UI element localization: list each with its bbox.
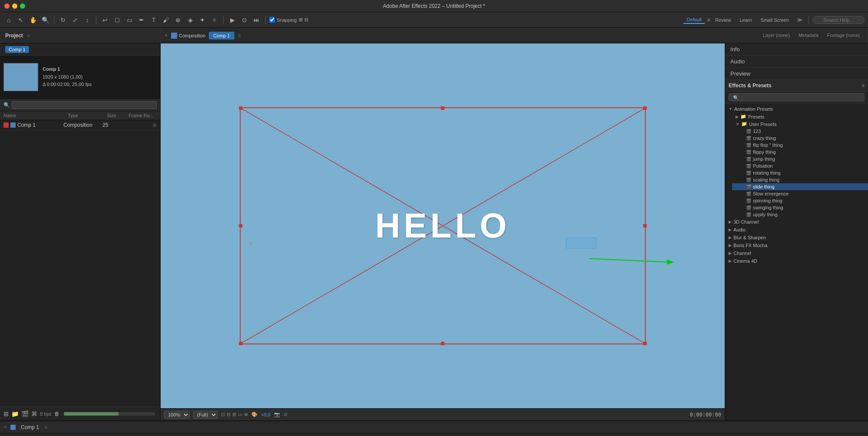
undo-icon[interactable]: ↩	[100, 15, 110, 25]
preset-icon: 🎬	[746, 150, 751, 155]
workspace-more-icon[interactable]: ≫	[794, 17, 805, 23]
handle-ml[interactable]	[239, 224, 242, 228]
project-tab[interactable]: Project ≡	[0, 28, 161, 43]
step-icon[interactable]: ⏭	[251, 15, 262, 25]
handle-tm[interactable]	[441, 106, 444, 110]
tab-layer[interactable]: Layer (none)	[759, 31, 794, 40]
comp1-tab-active[interactable]: Comp 1	[5, 46, 29, 53]
audio-tab[interactable]: Audio	[725, 56, 868, 68]
user-preset-spinning[interactable]: 🎬 spinning thing	[732, 197, 868, 204]
comp-tab-menu[interactable]: ≡	[238, 33, 241, 39]
workspace-review[interactable]: Review	[712, 17, 734, 23]
user-preset-flipflop[interactable]: 🎬 flip flop " thing	[732, 142, 868, 149]
timeline-comp-name[interactable]: Comp 1	[21, 424, 39, 430]
workspace-menu-icon[interactable]: ≡	[707, 17, 710, 23]
puppet-icon[interactable]: ✦	[197, 15, 208, 25]
workspace-small-screen[interactable]: Small Screen	[757, 17, 792, 23]
zoom-icon[interactable]: 🔍	[40, 15, 50, 25]
handle-bm[interactable]	[441, 342, 444, 345]
user-preset-flippy[interactable]: 🎬 flippy thing	[732, 149, 868, 155]
composition-tab-area: ✕ Composition Comp 1 ≡ Layer (none) Meta…	[161, 28, 868, 43]
user-preset-123[interactable]: 🎬 123	[732, 128, 868, 135]
text-icon[interactable]: T	[149, 15, 159, 25]
3d-channel-section[interactable]: ▶ 3D Channel	[725, 218, 868, 226]
pin-icon[interactable]: ✧	[209, 15, 220, 25]
active-comp-name[interactable]: Comp 1	[209, 32, 234, 40]
minimize-button[interactable]	[12, 3, 17, 9]
flow-icon[interactable]: ⌘	[31, 410, 37, 417]
clone-icon[interactable]: ⊕	[173, 15, 183, 25]
effects-search-input[interactable]	[729, 93, 865, 101]
maximize-button[interactable]	[20, 3, 25, 9]
project-search-input[interactable]	[12, 101, 157, 109]
3d-icon[interactable]: ⊕	[244, 412, 248, 417]
user-preset-swinging[interactable]: 🎬 swinging thing	[732, 204, 868, 211]
new-folder-icon[interactable]: 📁	[11, 410, 19, 417]
move2-icon[interactable]: ↕	[82, 15, 92, 25]
handle-tl[interactable]	[239, 106, 242, 110]
sep4	[265, 16, 266, 24]
user-preset-jump[interactable]: 🎬 jump thing	[732, 155, 868, 162]
workspace-default[interactable]: Default	[683, 16, 705, 24]
panel-tabs-row: Project ≡ ✕ Composition Comp 1 ≡ Layer (…	[0, 28, 868, 43]
user-preset-slide[interactable]: 🎬 slide thing	[732, 183, 868, 190]
boris-fx-section[interactable]: ▶ Boris FX Mocha	[725, 241, 868, 249]
project-menu-icon[interactable]: ≡	[27, 33, 30, 38]
handle-mr[interactable]	[643, 224, 647, 228]
hand-icon[interactable]: ✋	[28, 15, 38, 25]
eraser-icon[interactable]: ◈	[185, 15, 195, 25]
presets-folder-header[interactable]: ▶ 📁 Presets	[732, 113, 868, 120]
delete-icon[interactable]: 🗑	[54, 411, 59, 417]
user-preset-scaling[interactable]: 🎬 scaling thing	[732, 176, 868, 183]
user-preset-uppity[interactable]: 🎬 uppity thing	[732, 211, 868, 218]
brush-icon[interactable]: 🖌	[161, 15, 171, 25]
audio-section[interactable]: ▶ Audio	[725, 226, 868, 234]
viewer-options-icon[interactable]: ⊙	[284, 412, 287, 417]
home-icon[interactable]: ⌂	[3, 15, 14, 25]
new-composition-icon[interactable]: ⊞	[3, 410, 9, 417]
new-footage-icon[interactable]: 🎬	[21, 410, 29, 417]
info-tab[interactable]: Info	[725, 43, 868, 56]
user-presets-folder-header[interactable]: ▼ 📁 User Presets	[732, 120, 868, 128]
snap-icon[interactable]: ⊟	[227, 412, 231, 417]
tab-footage[interactable]: Footage (none)	[823, 31, 864, 40]
grid-icon[interactable]: ⊞	[232, 412, 236, 417]
fit-icon[interactable]: ⊡	[221, 412, 225, 417]
composition-view[interactable]: HELLO ✳	[161, 43, 725, 408]
timeline-menu[interactable]: ≡	[44, 424, 47, 430]
tab-metadata[interactable]: Metadata	[794, 31, 823, 40]
select-icon[interactable]: ↖	[16, 15, 26, 25]
close-button[interactable]	[4, 3, 10, 9]
project-thumb	[3, 63, 38, 91]
timeline-close[interactable]: ✕	[3, 425, 7, 429]
user-preset-rotating[interactable]: 🎬 rotating thing	[732, 169, 868, 176]
blur-sharpen-section[interactable]: ▶ Blur & Sharpen	[725, 234, 868, 241]
quality-select[interactable]: (Full)	[193, 411, 218, 419]
cinema4d-section[interactable]: ▶ Cinema 4D	[725, 257, 868, 265]
move-icon[interactable]: ⤢	[70, 15, 80, 25]
play-icon[interactable]: ▶	[227, 15, 238, 25]
rotate-icon[interactable]: ↻	[58, 15, 68, 25]
handle-bl[interactable]	[239, 342, 242, 345]
comp-tab-close[interactable]: ✕	[164, 33, 168, 38]
pen-icon[interactable]: ✒	[136, 15, 147, 25]
mask-icon[interactable]: ⬡	[112, 15, 122, 25]
handle-br[interactable]	[643, 342, 647, 345]
zoom-select[interactable]: 100%	[164, 411, 190, 419]
effects-menu-icon[interactable]: ≡	[861, 83, 865, 89]
user-preset-crazy[interactable]: 🎬 crazy thing	[732, 135, 868, 142]
search-input[interactable]	[812, 16, 865, 24]
safe-icon[interactable]: ▭	[238, 412, 242, 417]
snapping-checkbox[interactable]	[269, 17, 275, 23]
project-item[interactable]: Comp 1 Composition 25 ⊕	[0, 120, 160, 130]
snapshot-icon[interactable]: 📷	[274, 412, 280, 417]
user-preset-pulsation[interactable]: 🎬 Pulsation	[732, 162, 868, 169]
preview-tab[interactable]: Preview	[725, 68, 868, 80]
record-icon[interactable]: ⊙	[239, 15, 250, 25]
animation-presets-header[interactable]: ▼ Animation Presets	[725, 105, 868, 113]
user-preset-slow[interactable]: 🎬 Slow emergence	[732, 190, 868, 197]
workspace-learn[interactable]: Learn	[736, 17, 755, 23]
handle-tr[interactable]	[643, 106, 647, 110]
channel-section[interactable]: ▶ Channel	[725, 249, 868, 257]
rect-icon[interactable]: ▭	[124, 15, 135, 25]
